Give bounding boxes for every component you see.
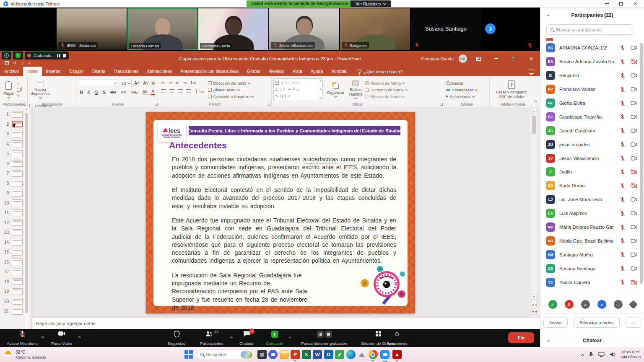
video-tile-georginagarcia[interactable]: GeorginaGarcia: [198, 8, 268, 50]
participant-row-benjamin[interactable]: B Benjamin: [540, 69, 639, 83]
no-icon[interactable]: ✗: [565, 300, 574, 309]
participants-scrollbar[interactable]: [640, 43, 643, 289]
collapse-panel-icon[interactable]: [547, 13, 550, 16]
next-videos-button[interactable]: [485, 23, 496, 34]
collapse-ribbon-icon[interactable]: [535, 97, 537, 104]
dialog-launcher-icon[interactable]: [440, 103, 443, 106]
ppt-restore-button[interactable]: [507, 53, 520, 64]
more-actions-button[interactable]: ...: [626, 318, 641, 328]
participant-search[interactable]: [546, 24, 634, 35]
taskbar-app-widgets[interactable]: [257, 350, 267, 359]
justify-icon[interactable]: [186, 89, 191, 93]
more-icon[interactable]: ⋯: [614, 300, 623, 309]
participant-row-susana-santiago[interactable]: SS Susana Santiago: [540, 261, 639, 275]
diamond-icon[interactable]: [628, 300, 637, 309]
taskbar-weather-widget[interactable]: 32°C Mayorm. soleado: [4, 347, 46, 362]
participant-row-francisco-valdez[interactable]: FV Francisco Valdez: [540, 83, 639, 96]
spacing-button[interactable]: AV: [120, 90, 127, 94]
participant-row-guadalupe-trasvina[interactable]: GT Guadalupe Trasviña: [540, 110, 639, 124]
taskbar-app-notes[interactable]: [335, 350, 344, 359]
tab-vista[interactable]: Vista: [288, 67, 306, 76]
participant-row-maria-dolores-fausto-garcia[interactable]: MD Maria Dolores Fausto Garcia: [540, 220, 639, 234]
underline-button[interactable]: S: [94, 90, 99, 95]
search-input[interactable]: [206, 352, 231, 357]
participant-row-nubia-gpe-brasil-buitimea[interactable]: NG Nubia Gpe. Brasil Buitimea: [540, 234, 639, 248]
taskbar-app-word[interactable]: W: [313, 350, 322, 359]
dialog-launcher-icon[interactable]: [267, 103, 270, 106]
taskbar-app-excel[interactable]: X: [302, 350, 311, 359]
video-tile-benjamin[interactable]: Benjamin: [340, 8, 410, 50]
ppt-minimize-button[interactable]: [490, 53, 502, 64]
toolbar-chevron-icon[interactable]: [78, 333, 80, 341]
find-button[interactable]: Buscar: [446, 81, 477, 85]
tab-ayuda[interactable]: Ayuda: [306, 67, 327, 76]
dialog-launcher-icon[interactable]: [155, 103, 158, 106]
participant-row-judith[interactable]: J Judith: [540, 165, 639, 179]
participant-row-luis-alapizco[interactable]: LA Luis Alapizco: [540, 207, 639, 220]
bullets-icon[interactable]: ≔: [161, 80, 165, 85]
thumbnail-scroll-thumb[interactable]: [25, 113, 28, 313]
toolbar-parar-video[interactable]: Parar Video: [45, 331, 78, 346]
redo-icon[interactable]: ⊙: [21, 61, 24, 65]
align-right-icon[interactable]: [178, 89, 183, 93]
scroll-down-icon[interactable]: ▼: [531, 294, 537, 300]
shrink-font-button[interactable]: A˅: [142, 80, 149, 85]
participant-row-karla-duran[interactable]: KD Karla Durán: [540, 179, 639, 193]
shape-effects-button[interactable]: Efectos de forma: [365, 94, 407, 99]
end-meeting-button[interactable]: Fin: [508, 332, 534, 343]
slide[interactable]: iees Instituto Electoral del Estado de S…: [146, 112, 415, 313]
video-tile-susana-santiago[interactable]: Susana Santiago: [411, 8, 481, 50]
align-left-icon[interactable]: [161, 89, 166, 93]
toolbar-seguridad[interactable]: Seguridad: [163, 331, 190, 346]
taskbar-app-meeting-active[interactable]: [379, 349, 390, 360]
indent-icon[interactable]: ⇥: [183, 80, 186, 85]
start-button[interactable]: [184, 350, 193, 359]
close-button[interactable]: ✕: [628, 0, 642, 8]
tab-acrobat[interactable]: Acrobat: [327, 67, 351, 76]
participant-row-gloria-elvira[interactable]: GE Gloria Elvira: [540, 96, 639, 110]
quick-styles-button[interactable]: Estilos rápidos: [346, 78, 365, 101]
minimize-button[interactable]: [600, 0, 614, 8]
qat-chevron-icon[interactable]: [28, 61, 31, 64]
video-tile-iees-sistemas[interactable]: IEES - Sistemas: [57, 8, 127, 50]
dialog-launcher-icon[interactable]: [23, 103, 26, 106]
participants-header[interactable]: Participantes (22): [540, 8, 644, 23]
stop-recording-button[interactable]: [63, 54, 66, 57]
participant-row-lic-jose-mora-leon[interactable]: LJ Lic. José Mora León: [540, 193, 639, 207]
scroll-thumb[interactable]: [532, 116, 536, 134]
tab-transiciones[interactable]: Transiciones: [109, 67, 143, 76]
taskbar-app-media[interactable]: [357, 350, 366, 359]
toolbar-reacciones[interactable]: ☺ Reacciones: [382, 331, 412, 346]
taskbar-app-acrobat[interactable]: [392, 350, 402, 359]
tab-inicio[interactable]: Inicio: [23, 67, 42, 76]
shadow-button[interactable]: S: [102, 90, 106, 95]
save-icon[interactable]: [5, 61, 9, 65]
shape-fill-button[interactable]: Relleno de forma: [365, 81, 407, 85]
participant-row-beatriz-adriana-zavala-pacheco[interactable]: BA Beatriz Adriana Zavala Pacheco: [540, 55, 639, 69]
recording-shield-chip[interactable]: ✓: [13, 52, 23, 59]
new-slide-button[interactable]: Nueva diapositiva: [29, 78, 51, 101]
participant-row-janeth-gastelum[interactable]: JG Janeth Gastélum: [540, 124, 639, 137]
taskbar-search[interactable]: [196, 349, 254, 360]
toolbar-activar-microfono[interactable]: Activar Micrófono: [3, 331, 41, 346]
slower-icon[interactable]: «: [581, 300, 590, 309]
taskbar-app-outlook[interactable]: O: [324, 350, 333, 359]
format-painter-icon[interactable]: ✎: [17, 94, 21, 98]
view-options-button[interactable]: Ver Opciones: [351, 0, 391, 7]
mute-all-button[interactable]: Silenciar a todos: [574, 318, 619, 328]
tray-cast-icon[interactable]: [598, 352, 605, 357]
slide-scrollbar[interactable]: ▲ ▼ ▲▲ ▼▼: [530, 107, 537, 318]
tab-insertar[interactable]: Insertar: [42, 67, 65, 76]
font-color-button[interactable]: A: [151, 89, 155, 95]
copy-icon[interactable]: [17, 88, 21, 92]
tab-revisar[interactable]: Revisar: [265, 67, 288, 76]
taskbar-app-chrome[interactable]: [369, 350, 378, 359]
tab-presentacion-con-diapositivas[interactable]: Presentación con diapositivas: [176, 67, 243, 76]
tab-grabar[interactable]: Grabar: [243, 67, 265, 76]
ribbon-display-button[interactable]: [472, 53, 485, 64]
account-avatar[interactable]: GG: [459, 54, 467, 63]
pause-recording-button[interactable]: [57, 54, 60, 57]
highlight-button[interactable]: ab: [142, 89, 148, 95]
align-text-button[interactable]: Alinear texto: [208, 88, 254, 92]
tab-animaciones[interactable]: Animaciones: [143, 67, 176, 76]
